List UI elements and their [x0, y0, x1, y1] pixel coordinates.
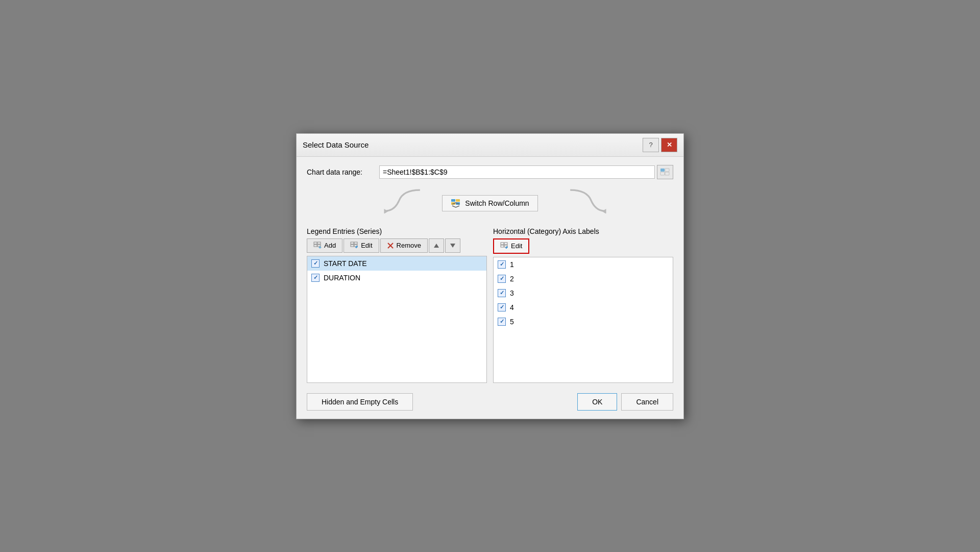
legend-move-up-button[interactable] [429, 238, 444, 253]
add-icon: + [313, 242, 322, 250]
axis-item-1[interactable]: 1 [494, 257, 673, 272]
axis-item-4[interactable]: 4 [494, 300, 673, 315]
svg-rect-5 [451, 199, 455, 202]
legend-add-button[interactable]: + Add [307, 238, 342, 253]
legend-list[interactable]: START DATE DURATION [307, 256, 487, 383]
move-down-icon [450, 243, 456, 249]
legend-item-2[interactable]: DURATION [307, 271, 486, 285]
axis-item-5-label: 5 [510, 318, 514, 326]
svg-marker-9 [602, 208, 606, 213]
edit-label-legend: Edit [361, 242, 372, 249]
axis-toolbar: Edit [493, 238, 673, 254]
remove-label: Remove [397, 242, 421, 249]
hidden-cells-label: Hidden and Empty Cells [322, 398, 398, 406]
svg-rect-10 [314, 242, 317, 244]
chart-range-row: Chart data range: [307, 165, 673, 179]
cancel-button[interactable]: Cancel [621, 393, 673, 411]
axis-item-1-label: 1 [510, 260, 514, 269]
svg-rect-16 [354, 242, 357, 244]
legend-move-down-button[interactable] [445, 238, 460, 253]
svg-rect-17 [351, 245, 354, 247]
axis-checkbox-5[interactable] [498, 318, 506, 326]
move-up-icon [433, 243, 439, 249]
axis-item-5[interactable]: 5 [494, 315, 673, 329]
chart-range-label: Chart data range: [307, 168, 373, 176]
select-data-source-dialog: Select Data Source ? ✕ Chart data range: [296, 133, 684, 419]
dialog-body: Chart data range: [297, 157, 683, 419]
axis-edit-label: Edit [511, 242, 522, 250]
axis-checkbox-1[interactable] [498, 260, 506, 269]
switch-area: Switch Row/Column [307, 185, 673, 221]
svg-rect-11 [317, 242, 321, 244]
svg-rect-15 [351, 242, 354, 244]
axis-checkbox-4[interactable] [498, 303, 506, 311]
svg-rect-23 [501, 243, 504, 245]
axis-item-2[interactable]: 2 [494, 272, 673, 286]
axis-edit-button[interactable]: Edit [493, 238, 529, 254]
axis-item-4-label: 4 [510, 303, 514, 311]
title-buttons: ? ✕ [643, 138, 677, 152]
svg-text:+: + [318, 245, 322, 250]
add-label: Add [324, 242, 336, 249]
axis-list[interactable]: 1 2 3 4 [493, 257, 673, 383]
switch-row-column-button[interactable]: Switch Row/Column [442, 195, 537, 211]
svg-marker-4 [384, 208, 388, 213]
dialog-title: Select Data Source [303, 140, 369, 149]
axis-labels-title: Horizontal (Category) Axis Labels [493, 227, 673, 235]
legend-item-1[interactable]: START DATE [307, 256, 486, 271]
remove-icon [387, 242, 394, 249]
axis-item-3[interactable]: 3 [494, 286, 673, 300]
svg-rect-1 [665, 169, 669, 172]
range-picker-button[interactable] [657, 165, 673, 179]
chart-range-input-wrap [379, 165, 673, 179]
legend-toolbar: + Add Edit [307, 238, 487, 253]
legend-entries-title: Legend Entries (Series) [307, 227, 487, 235]
svg-rect-12 [314, 245, 317, 247]
svg-rect-2 [660, 172, 665, 175]
svg-rect-24 [504, 243, 507, 245]
legend-edit-button[interactable]: Edit [344, 238, 379, 253]
svg-rect-7 [456, 199, 460, 202]
panels-row: Legend Entries (Series) + Add [307, 227, 673, 383]
svg-rect-25 [501, 245, 504, 247]
axis-labels-panel: Horizontal (Category) Axis Labels Edit [493, 227, 673, 383]
right-arrow [566, 185, 612, 215]
axis-checkbox-2[interactable] [498, 275, 506, 283]
svg-rect-3 [665, 172, 669, 175]
chart-range-input[interactable] [379, 165, 655, 179]
svg-marker-22 [450, 244, 455, 248]
axis-item-3-label: 3 [510, 289, 514, 297]
legend-checkbox-1[interactable] [311, 259, 320, 268]
svg-rect-0 [660, 169, 665, 172]
switch-btn-label: Switch Row/Column [465, 199, 529, 207]
range-picker-icon [660, 168, 670, 176]
edit-icon-axis [500, 242, 508, 250]
legend-item-2-label: DURATION [324, 274, 360, 282]
title-bar: Select Data Source ? ✕ [297, 134, 683, 157]
hidden-cells-button[interactable]: Hidden and Empty Cells [307, 393, 413, 411]
footer-right: OK Cancel [577, 393, 673, 411]
left-arrow [378, 185, 424, 215]
legend-checkbox-2[interactable] [311, 274, 320, 282]
close-button[interactable]: ✕ [661, 138, 677, 152]
svg-marker-21 [434, 244, 439, 248]
legend-remove-button[interactable]: Remove [380, 238, 428, 253]
axis-item-2-label: 2 [510, 275, 514, 283]
ok-label: OK [592, 398, 602, 406]
axis-checkbox-3[interactable] [498, 289, 506, 297]
cancel-label: Cancel [636, 398, 658, 406]
footer: Hidden and Empty Cells OK Cancel [307, 389, 673, 411]
edit-icon-legend [350, 242, 358, 250]
help-button[interactable]: ? [643, 138, 659, 152]
legend-item-1-label: START DATE [324, 259, 367, 268]
switch-icon [451, 199, 461, 208]
legend-entries-panel: Legend Entries (Series) + Add [307, 227, 487, 383]
axis-list-wrap: 1 2 3 4 [493, 257, 673, 383]
ok-button[interactable]: OK [577, 393, 617, 411]
